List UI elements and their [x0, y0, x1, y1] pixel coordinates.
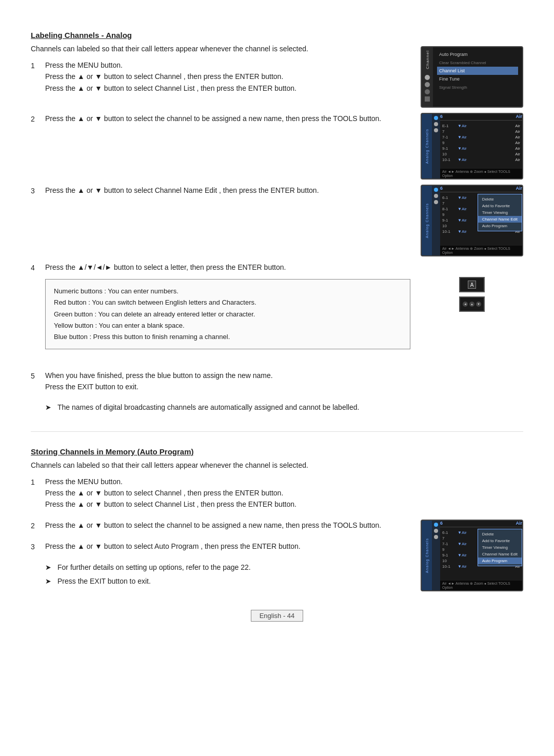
step2-1-line2: Press the ▲ or ▼ button to select Channe… [45, 487, 523, 499]
tv-popup-rows-wrap: 6-1▼AirAir 7Air 8-1▼AirAir 9Air 9-1▼AirA… [440, 194, 522, 246]
step5-line2: Press the EXIT button to exit. [45, 381, 523, 392]
section-storing: Storing Channels in Memory (Auto Program… [31, 447, 523, 591]
tv-channel-list-screen: Analog Channels 6 Air E-1▼AirAir [421, 113, 523, 180]
tv-ch-icons [432, 114, 440, 178]
step2-content-2: Press the ▲ or ▼ button to select the ch… [45, 520, 410, 531]
info-line-5: Blue button : Press this button to finis… [54, 331, 402, 343]
step3-line1: Press the ▲ or ▼ button to select Channe… [45, 186, 319, 194]
tv-channel-list: Analog Channels 6 Air E-1▼AirAir [422, 114, 522, 178]
step2-2-line1: Press the ▲ or ▼ button to select the ch… [45, 521, 381, 529]
step-content-1: Press the MENU button. Press the ▲ or ▼ … [45, 59, 410, 94]
tv-icon2 [425, 82, 430, 87]
tv-auto-delete: Delete [478, 531, 522, 538]
step-num-2: 2 [31, 113, 45, 125]
step-num-5: 5 [31, 370, 45, 382]
step-1-4: 4 Press the ▲/▼/◄/► button to select a l… [31, 262, 410, 355]
section2-title: Storing Channels in Memory (Auto Program… [31, 447, 523, 456]
tv-menu-screen: Channel Auto Program Clear Scrambled Cha… [421, 46, 523, 108]
step-2-3: 3 Press the ▲ or ▼ button to select Auto… [31, 541, 410, 552]
tv-text-display: A [459, 277, 485, 292]
tv-popup-icons [432, 186, 440, 255]
tv-ch-row-5: 9-1▼AirAir [442, 146, 520, 151]
step-content-3: Press the ▲ or ▼ button to select Channe… [45, 185, 410, 196]
tv-auto-channel-list: Analog Channels 6 Air 6-1▼AirAir [422, 521, 522, 590]
tv-auto-footer: Air ◄► Antenna ⊕ Zoom ● Select TOOLS Opt… [440, 581, 522, 590]
step-2-2: 2 Press the ▲ or ▼ button to select the … [31, 520, 410, 531]
step-content-4: Press the ▲/▼/◄/► button to select a let… [45, 262, 410, 355]
tv-ch-row-2: 7Air [442, 129, 520, 134]
tv-text-entry-area: A ◄ ▲ ▼ [421, 262, 523, 312]
section2-note2: ➤ Press the EXIT button to exit. [45, 576, 410, 587]
tv-popup-icon-active [434, 188, 438, 192]
footer-label: English - 44 [251, 610, 304, 622]
tv-ch-footer: Air ◄► Antenna ⊕ Zoom ● Select TOOLS Opt… [440, 169, 522, 178]
tv-popup-icon-1 [434, 194, 438, 198]
tv-auto-icon-2 [434, 535, 438, 539]
step-content-2: Press the ▲ or ▼ button to select the ch… [45, 113, 410, 124]
tv-popup-content: 6 Air 6-1▼AirAir 7Air 8-1▼AirAir 9Air 9-… [440, 186, 522, 255]
arrow-icon-2: ➤ [45, 562, 54, 573]
tv-menu-list: Auto Program Clear Scrambled Channel Cha… [433, 47, 522, 107]
tv-popup-favorite: Add to Favorite [478, 203, 522, 209]
step-1-3: 3 Press the ▲ or ▼ button to select Chan… [31, 185, 410, 196]
menu-item-auto-program: Auto Program [437, 50, 518, 59]
section1-intro: Channels can labeled so that their call … [31, 44, 410, 54]
menu-item-clear-scrambled: Clear Scrambled Channel [437, 59, 518, 67]
tv-ch-rows: E-1▼AirAir 7Air 7-1▼AirAir 9Air 9-1▼AirA… [440, 122, 522, 169]
step-2-1: 1 Press the MENU button. Press the ▲ or … [31, 476, 523, 510]
tv-auto-rows: 6-1▼AirAir 7Air 7-1▼AirAir 9Air 9-1▼AirA… [440, 529, 522, 581]
tv-ch-row-6: 10Air [442, 151, 520, 157]
tv-ch-row-1: E-1▼AirAir [442, 123, 520, 129]
tv-auto-prog-screen: Analog Channels 6 Air 6-1▼AirAir [421, 520, 523, 591]
step-num-4: 4 [31, 262, 45, 273]
step2-num-3: 3 [31, 541, 45, 552]
tv-auto-name-edit: Channel Name Edit [478, 551, 522, 558]
tv-nav-up: ▲ [469, 302, 474, 307]
menu-item-channel-list: Channel List [437, 67, 518, 75]
tv-ch-row-3: 7-1▼AirAir [442, 134, 520, 140]
tv-ch-row-7: 10-1▼AirAir [442, 157, 520, 163]
tv-nav-left: ◄ [463, 302, 468, 307]
section2-note1: ➤ For further details on setting up opti… [45, 562, 410, 573]
step2-line1: Press the ▲ or ▼ button to select the ch… [45, 114, 381, 123]
section-labeling: Labeling Channels - Analog Channels can … [31, 31, 523, 413]
tv-popup-name-edit: Channel Name Edit [478, 216, 522, 223]
tv-ch-sidebar: Analog Channels [422, 114, 432, 178]
tv-icon1 [425, 75, 430, 80]
tv-context-menu: Delete Add to Favorite Timer Viewing Cha… [478, 194, 522, 231]
tv-screenshot-1: Channel Auto Program Clear Scrambled Cha… [421, 46, 523, 108]
tv-nav-buttons: ◄ ▲ ▼ [459, 296, 485, 312]
step-1-5: 5 When you have finished, press the blue… [31, 370, 523, 393]
tv-auto-icon-active [434, 523, 438, 527]
tv-screenshot-2: Analog Channels 6 Air E-1▼AirAir [421, 113, 523, 180]
tv-ch-content: 6 Air E-1▼AirAir 7Air 7-1▼AirAir 9Air 9-… [440, 114, 522, 178]
section1-note-text: The names of digital broadcasting channe… [57, 402, 359, 413]
tv-screenshot-3: Analog Channels 6 Air 6-1▼AirAir [421, 185, 523, 256]
tv-auto-sidebar: Analog Channels [422, 521, 432, 590]
step-num-3: 3 [31, 185, 45, 196]
step2-1-line1: Press the MENU button. [45, 476, 523, 487]
section1-title: Labeling Channels - Analog [31, 31, 410, 39]
tv-icon3 [425, 89, 430, 94]
step-content-5: When you have finished, press the blue b… [45, 370, 523, 393]
info-line-2: Red button : You can switch between Engl… [54, 297, 402, 308]
tv-popup-delete: Delete [478, 196, 522, 203]
section-divider [31, 431, 523, 432]
step1-line2: Press the ▲ or ▼ button to select Channe… [45, 71, 410, 82]
tv-auto-header: 6 Air [440, 521, 522, 527]
tv-popup-sidebar: Analog Channels [422, 186, 432, 255]
step2-content-3: Press the ▲ or ▼ button to select Auto P… [45, 541, 410, 552]
step2-num-2: 2 [31, 520, 45, 531]
info-line-1: Numeric buttons : You can enter numbers. [54, 286, 402, 297]
tv-icon-active [434, 116, 438, 120]
page-footer: English - 44 [31, 610, 523, 622]
step5-line1: When you have finished, press the blue b… [45, 370, 523, 381]
tv-ch-row-4: 9Air [442, 140, 520, 146]
step2-content-1: Press the MENU button. Press the ▲ or ▼ … [45, 476, 523, 510]
tv-auto-context-menu: Delete Add to Favorite Timer Viewing Cha… [478, 529, 522, 566]
tv-popup-icon-2 [434, 200, 438, 204]
tv-auto-favorite: Add to Favorite [478, 538, 522, 544]
tv-popup-timer: Timer Viewing [478, 209, 522, 216]
tv-popup-header: 6 Air [440, 186, 522, 192]
section2-intro: Channels can labeled so that their call … [31, 460, 523, 471]
